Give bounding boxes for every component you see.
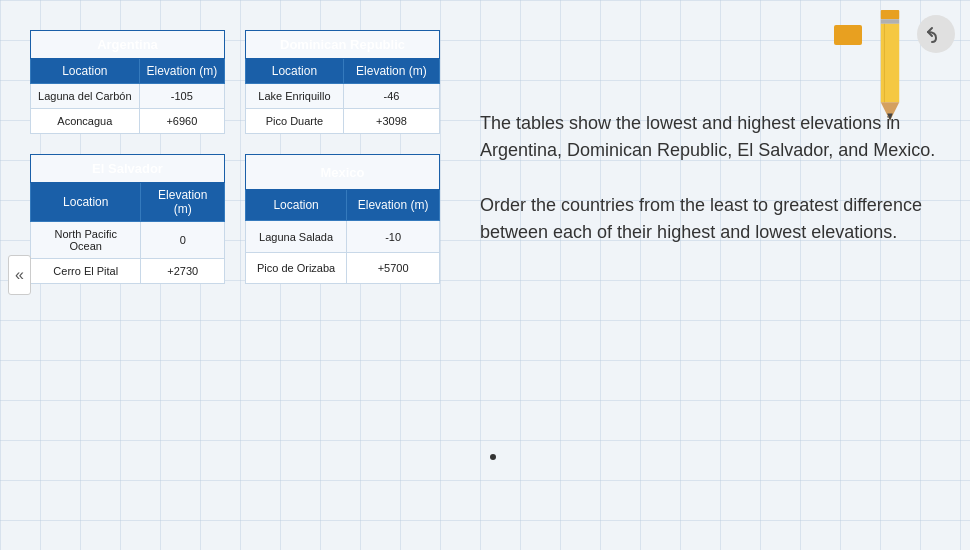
argentina-row2-elevation: +6960 — [139, 109, 224, 134]
mx-row2-elevation: +5700 — [347, 252, 440, 283]
pencil-decoration — [834, 10, 910, 130]
svg-rect-1 — [881, 19, 899, 24]
dr-row2-elevation: +3098 — [343, 109, 439, 134]
back-button[interactable]: « — [8, 255, 31, 295]
dr-header-elevation: Elevation (m) — [343, 59, 439, 84]
es-row1-elevation: 0 — [141, 222, 225, 259]
mx-header-location: Location — [246, 190, 347, 221]
dr-row2-location: Pico Duarte — [246, 109, 344, 134]
mx-row2-location: Pico de Orizaba — [246, 252, 347, 283]
dr-row1-location: Lake Enriquillo — [246, 84, 344, 109]
order-instruction: Order the countries from the least to gr… — [480, 192, 940, 246]
svg-rect-2 — [881, 24, 899, 102]
tables-grid: Argentina Location Elevation (m) Laguna … — [30, 30, 440, 284]
es-row2-location: Cerro El Pital — [31, 259, 141, 284]
es-row2-elevation: +2730 — [141, 259, 225, 284]
argentina-row2-location: Aconcagua — [31, 109, 140, 134]
argentina-header-elevation: Elevation (m) — [139, 59, 224, 84]
pencil-icon — [870, 10, 910, 130]
es-row1-location: North Pacific Ocean — [31, 222, 141, 259]
svg-rect-0 — [881, 10, 899, 19]
mx-row1-location: Laguna Salada — [246, 221, 347, 252]
argentina-row1-elevation: -105 — [139, 84, 224, 109]
mx-row1-elevation: -10 — [347, 221, 440, 252]
mexico-table: Mexico Location Elevation (m) Laguna Sal… — [245, 154, 440, 284]
main-content: Argentina Location Elevation (m) Laguna … — [0, 0, 970, 550]
undo-icon[interactable] — [917, 15, 955, 53]
argentina-header-location: Location — [31, 59, 140, 84]
el-salvador-title: El Salvador — [31, 155, 225, 183]
dr-header-location: Location — [246, 59, 344, 84]
el-salvador-table: El Salvador Location Elevation (m) North… — [30, 154, 225, 284]
es-header-elevation: Elevation (m) — [141, 183, 225, 222]
dot — [490, 454, 496, 460]
mx-header-elevation: Elevation (m) — [347, 190, 440, 221]
es-header-location: Location — [31, 183, 141, 222]
eraser-block — [834, 25, 862, 45]
argentina-table: Argentina Location Elevation (m) Laguna … — [30, 30, 225, 134]
dr-row1-elevation: -46 — [343, 84, 439, 109]
mexico-title: Mexico — [246, 155, 440, 190]
left-panel: Argentina Location Elevation (m) Laguna … — [0, 0, 460, 550]
argentina-title: Argentina — [31, 31, 225, 59]
dominican-republic-table: Dominican Republic Location Elevation (m… — [245, 30, 440, 134]
argentina-row1-location: Laguna del Carbón — [31, 84, 140, 109]
svg-marker-4 — [887, 113, 893, 120]
dominican-republic-title: Dominican Republic — [246, 31, 440, 59]
